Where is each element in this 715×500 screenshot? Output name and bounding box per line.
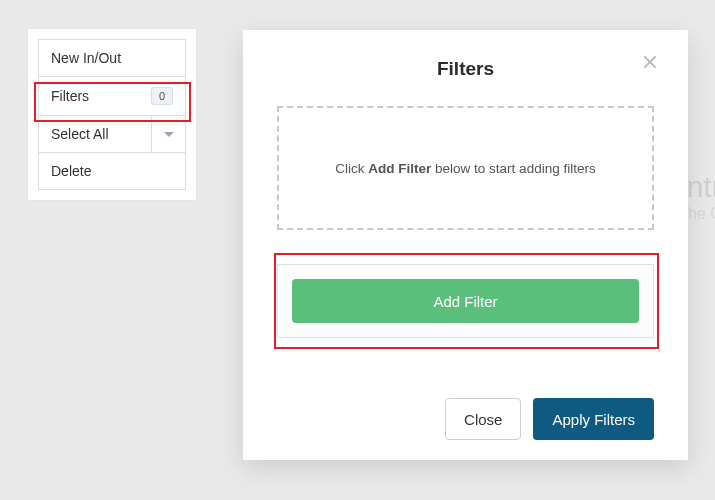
close-button[interactable]: Close	[445, 398, 521, 440]
sidebar-item-new-in-out[interactable]: New In/Out	[39, 40, 185, 77]
sidebar-actions-card: New In/Out Filters 0 Select All Delete	[28, 29, 196, 200]
sidebar-item-select-all[interactable]: Select All	[39, 116, 185, 153]
sidebar-item-delete[interactable]: Delete	[39, 153, 185, 189]
select-all-dropdown-toggle[interactable]	[151, 116, 185, 152]
sidebar-item-label: New In/Out	[51, 50, 121, 66]
modal-title: Filters	[437, 58, 494, 79]
sidebar-item-label: Filters	[51, 88, 89, 104]
add-filter-section: Add Filter	[277, 264, 654, 338]
hint-suffix: below to start adding filters	[431, 161, 595, 176]
chevron-down-icon	[164, 132, 174, 137]
add-filter-button[interactable]: Add Filter	[292, 279, 639, 323]
filters-modal: Filters Click Add Filter below to start …	[243, 30, 688, 460]
sidebar-item-filters[interactable]: Filters 0	[39, 77, 185, 116]
hint-strong: Add Filter	[368, 161, 431, 176]
sidebar-action-list: New In/Out Filters 0 Select All Delete	[38, 39, 186, 190]
empty-filters-dropzone: Click Add Filter below to start adding f…	[277, 106, 654, 230]
sidebar-item-label: Select All	[39, 116, 151, 152]
sidebar-item-label: Delete	[51, 163, 91, 179]
modal-footer: Close Apply Filters	[277, 378, 654, 440]
empty-filters-hint: Click Add Filter below to start adding f…	[335, 161, 595, 176]
modal-header: Filters	[277, 58, 654, 80]
apply-filters-button[interactable]: Apply Filters	[533, 398, 654, 440]
close-icon[interactable]	[640, 52, 660, 72]
hint-prefix: Click	[335, 161, 368, 176]
filters-count-badge: 0	[151, 87, 173, 105]
